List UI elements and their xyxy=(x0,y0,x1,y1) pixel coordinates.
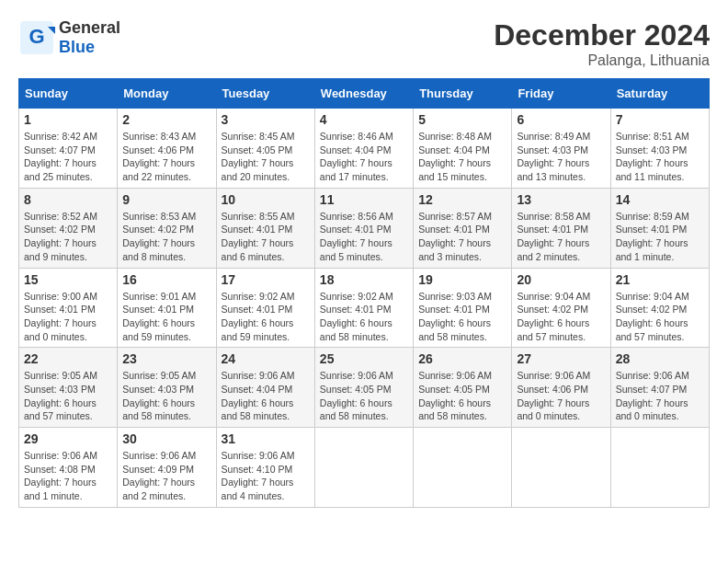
day-info: Sunrise: 9:03 AM Sunset: 4:01 PM Dayligh… xyxy=(418,290,506,344)
calendar-cell: 7 Sunrise: 8:51 AM Sunset: 4:03 PM Dayli… xyxy=(610,109,709,189)
day-number: 9 xyxy=(122,192,210,207)
calendar-cell: 26 Sunrise: 9:06 AM Sunset: 4:05 PM Dayl… xyxy=(414,348,512,428)
calendar-week-2: 8 Sunrise: 8:52 AM Sunset: 4:02 PM Dayli… xyxy=(19,188,710,268)
subtitle: Palanga, Lithuania xyxy=(494,52,710,69)
logo-blue: Blue xyxy=(59,38,95,56)
calendar-cell: 4 Sunrise: 8:46 AM Sunset: 4:04 PM Dayli… xyxy=(314,109,413,189)
day-info: Sunrise: 9:06 AM Sunset: 4:06 PM Dayligh… xyxy=(517,369,605,423)
col-tuesday: Tuesday xyxy=(216,79,314,109)
day-info: Sunrise: 9:06 AM Sunset: 4:05 PM Dayligh… xyxy=(320,369,408,423)
calendar-cell: 28 Sunrise: 9:06 AM Sunset: 4:07 PM Dayl… xyxy=(610,348,709,428)
calendar-cell xyxy=(610,428,709,508)
day-info: Sunrise: 9:06 AM Sunset: 4:04 PM Dayligh… xyxy=(222,369,310,423)
calendar-cell: 11 Sunrise: 8:56 AM Sunset: 4:01 PM Dayl… xyxy=(314,188,413,268)
day-number: 10 xyxy=(222,192,310,207)
day-number: 15 xyxy=(24,272,112,287)
day-number: 25 xyxy=(320,351,408,366)
calendar-week-5: 29 Sunrise: 9:06 AM Sunset: 4:08 PM Dayl… xyxy=(19,428,710,508)
day-number: 19 xyxy=(418,272,506,287)
day-info: Sunrise: 9:06 AM Sunset: 4:08 PM Dayligh… xyxy=(24,449,112,503)
calendar-header-row: Sunday Monday Tuesday Wednesday Thursday… xyxy=(19,79,710,109)
calendar-cell: 16 Sunrise: 9:01 AM Sunset: 4:01 PM Dayl… xyxy=(118,268,216,348)
calendar-cell: 5 Sunrise: 8:48 AM Sunset: 4:04 PM Dayli… xyxy=(414,109,512,189)
col-thursday: Thursday xyxy=(414,79,512,109)
day-info: Sunrise: 8:45 AM Sunset: 4:05 PM Dayligh… xyxy=(222,130,310,184)
calendar-cell: 27 Sunrise: 9:06 AM Sunset: 4:06 PM Dayl… xyxy=(512,348,610,428)
calendar-cell: 2 Sunrise: 8:43 AM Sunset: 4:06 PM Dayli… xyxy=(118,109,216,189)
day-number: 26 xyxy=(418,351,506,366)
logo-icon: G xyxy=(18,19,55,56)
calendar-cell: 3 Sunrise: 8:45 AM Sunset: 4:05 PM Dayli… xyxy=(216,109,314,189)
day-info: Sunrise: 9:02 AM Sunset: 4:01 PM Dayligh… xyxy=(222,290,310,344)
calendar-cell: 10 Sunrise: 8:55 AM Sunset: 4:01 PM Dayl… xyxy=(216,188,314,268)
logo-general: General xyxy=(59,18,120,37)
col-wednesday: Wednesday xyxy=(314,79,413,109)
calendar-cell xyxy=(314,428,413,508)
calendar-cell: 21 Sunrise: 9:04 AM Sunset: 4:02 PM Dayl… xyxy=(610,268,709,348)
col-monday: Monday xyxy=(118,79,216,109)
day-info: Sunrise: 9:06 AM Sunset: 4:10 PM Dayligh… xyxy=(222,449,310,503)
day-number: 4 xyxy=(320,112,408,127)
col-saturday: Saturday xyxy=(610,79,709,109)
calendar-cell: 18 Sunrise: 9:02 AM Sunset: 4:01 PM Dayl… xyxy=(314,268,413,348)
calendar-cell: 20 Sunrise: 9:04 AM Sunset: 4:02 PM Dayl… xyxy=(512,268,610,348)
day-number: 21 xyxy=(616,272,704,287)
day-number: 18 xyxy=(320,272,408,287)
title-block: December 2024 Palanga, Lithuania xyxy=(494,18,710,69)
day-info: Sunrise: 9:00 AM Sunset: 4:01 PM Dayligh… xyxy=(24,290,112,344)
day-info: Sunrise: 8:43 AM Sunset: 4:06 PM Dayligh… xyxy=(122,130,210,184)
page-header: G General Blue December 2024 Palanga, Li… xyxy=(18,18,710,69)
logo: G General Blue xyxy=(18,18,120,57)
day-number: 1 xyxy=(24,112,112,127)
main-title: December 2024 xyxy=(494,18,710,52)
day-number: 24 xyxy=(222,351,310,366)
day-info: Sunrise: 9:06 AM Sunset: 4:09 PM Dayligh… xyxy=(122,449,210,503)
calendar-cell: 9 Sunrise: 8:53 AM Sunset: 4:02 PM Dayli… xyxy=(118,188,216,268)
day-number: 29 xyxy=(24,431,112,446)
day-info: Sunrise: 8:57 AM Sunset: 4:01 PM Dayligh… xyxy=(418,210,506,264)
day-info: Sunrise: 8:52 AM Sunset: 4:02 PM Dayligh… xyxy=(24,210,112,264)
logo-text: General Blue xyxy=(59,18,120,57)
day-number: 23 xyxy=(122,351,210,366)
calendar-cell: 14 Sunrise: 8:59 AM Sunset: 4:01 PM Dayl… xyxy=(610,188,709,268)
day-number: 27 xyxy=(517,351,605,366)
day-info: Sunrise: 9:06 AM Sunset: 4:05 PM Dayligh… xyxy=(418,369,506,423)
day-number: 28 xyxy=(616,351,704,366)
day-info: Sunrise: 8:51 AM Sunset: 4:03 PM Dayligh… xyxy=(616,130,704,184)
day-number: 2 xyxy=(122,112,210,127)
day-number: 7 xyxy=(616,112,704,127)
calendar-cell: 31 Sunrise: 9:06 AM Sunset: 4:10 PM Dayl… xyxy=(216,428,314,508)
day-info: Sunrise: 9:05 AM Sunset: 4:03 PM Dayligh… xyxy=(24,369,112,423)
calendar-cell: 8 Sunrise: 8:52 AM Sunset: 4:02 PM Dayli… xyxy=(19,188,118,268)
calendar-cell: 6 Sunrise: 8:49 AM Sunset: 4:03 PM Dayli… xyxy=(512,109,610,189)
day-number: 13 xyxy=(517,192,605,207)
day-number: 30 xyxy=(122,431,210,446)
day-info: Sunrise: 9:05 AM Sunset: 4:03 PM Dayligh… xyxy=(122,369,210,423)
calendar-cell: 29 Sunrise: 9:06 AM Sunset: 4:08 PM Dayl… xyxy=(19,428,118,508)
day-number: 14 xyxy=(616,192,704,207)
day-info: Sunrise: 8:49 AM Sunset: 4:03 PM Dayligh… xyxy=(517,130,605,184)
day-number: 5 xyxy=(418,112,506,127)
day-info: Sunrise: 8:46 AM Sunset: 4:04 PM Dayligh… xyxy=(320,130,408,184)
day-number: 3 xyxy=(222,112,310,127)
calendar-cell: 24 Sunrise: 9:06 AM Sunset: 4:04 PM Dayl… xyxy=(216,348,314,428)
day-number: 16 xyxy=(122,272,210,287)
day-number: 6 xyxy=(517,112,605,127)
calendar-cell: 22 Sunrise: 9:05 AM Sunset: 4:03 PM Dayl… xyxy=(19,348,118,428)
calendar-cell: 13 Sunrise: 8:58 AM Sunset: 4:01 PM Dayl… xyxy=(512,188,610,268)
day-number: 8 xyxy=(24,192,112,207)
col-friday: Friday xyxy=(512,79,610,109)
calendar-week-4: 22 Sunrise: 9:05 AM Sunset: 4:03 PM Dayl… xyxy=(19,348,710,428)
calendar-cell: 23 Sunrise: 9:05 AM Sunset: 4:03 PM Dayl… xyxy=(118,348,216,428)
calendar-cell: 19 Sunrise: 9:03 AM Sunset: 4:01 PM Dayl… xyxy=(414,268,512,348)
day-number: 17 xyxy=(222,272,310,287)
calendar-cell: 25 Sunrise: 9:06 AM Sunset: 4:05 PM Dayl… xyxy=(314,348,413,428)
calendar-cell: 17 Sunrise: 9:02 AM Sunset: 4:01 PM Dayl… xyxy=(216,268,314,348)
calendar-table: Sunday Monday Tuesday Wednesday Thursday… xyxy=(18,78,710,508)
svg-text:G: G xyxy=(28,25,44,48)
day-number: 22 xyxy=(24,351,112,366)
day-info: Sunrise: 8:58 AM Sunset: 4:01 PM Dayligh… xyxy=(517,210,605,264)
day-info: Sunrise: 8:59 AM Sunset: 4:01 PM Dayligh… xyxy=(616,210,704,264)
day-number: 11 xyxy=(320,192,408,207)
day-info: Sunrise: 9:01 AM Sunset: 4:01 PM Dayligh… xyxy=(122,290,210,344)
